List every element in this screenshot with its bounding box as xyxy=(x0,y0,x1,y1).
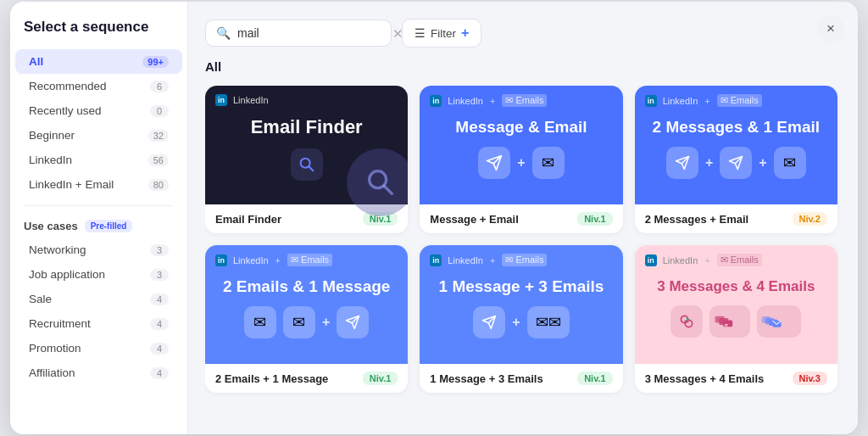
card-3messages-4emails-footer: 3 Messages + 4 Emails Niv.3 xyxy=(635,364,837,393)
sidebar-item-recently-used[interactable]: Recently used 0 xyxy=(15,98,182,123)
main-header: 🔍 ✕ ☰ Filter + xyxy=(205,19,841,48)
plus-icon-4: + xyxy=(322,315,330,330)
card-message-email-title: Message & Email xyxy=(455,118,587,137)
sidebar-item-promotion-badge: 4 xyxy=(150,343,169,355)
card-2emails-1message-level: Niv.1 xyxy=(363,372,398,385)
plus-icon-3b: + xyxy=(759,155,766,170)
card-3m4e-platform-linkedin: LinkedIn xyxy=(663,255,698,266)
platform-sep-5: + xyxy=(490,255,495,266)
sidebar-item-sale-label: Sale xyxy=(29,293,52,305)
sidebar-item-affiliation[interactable]: Affiliation 4 xyxy=(15,361,182,385)
sidebar-item-job-application-label: Job application xyxy=(29,268,105,281)
card-message-email-icons: + ✉ xyxy=(478,147,564,179)
card-3messages-4emails-title: 3 Messages & 4 Emails xyxy=(657,278,815,295)
sidebar-item-recruitment[interactable]: Recruitment 4 xyxy=(15,311,182,336)
card-3messages-4emails-level: Niv.3 xyxy=(793,372,827,385)
search-input[interactable] xyxy=(237,26,386,40)
filter-plus-icon: + xyxy=(461,25,469,41)
card-1message-3emails-visual: in LinkedIn + ✉ Emails 1 Message + 3 Ema… xyxy=(420,245,622,364)
sidebar-item-recruitment-label: Recruitment xyxy=(29,317,91,330)
card-message-email-level: Niv.1 xyxy=(577,212,612,226)
card-2emails-1message-visual: in LinkedIn + ✉ Emails 2 Emails & 1 Mess… xyxy=(205,245,408,364)
sidebar-item-recently-used-badge: 0 xyxy=(150,105,169,117)
card-2emails-1message-icons: ✉ ✉ + xyxy=(244,306,369,338)
sidebar-item-beginner-label: Beginner xyxy=(29,129,75,142)
linkedin-in-icon-2: in xyxy=(430,95,442,107)
cards-grid: in LinkedIn Email Finder xyxy=(205,86,837,393)
sidebar-item-promotion-label: Promotion xyxy=(29,342,81,355)
card-2m1e-platform-linkedin: LinkedIn xyxy=(663,96,698,106)
card-email-finder[interactable]: in LinkedIn Email Finder xyxy=(205,86,408,233)
card-2emails-1message-footer-label: 2 Emails + 1 Message xyxy=(215,372,328,385)
plus-icon-5: + xyxy=(512,315,520,330)
card-2emails-1message[interactable]: in LinkedIn + ✉ Emails 2 Emails & 1 Mess… xyxy=(205,245,408,393)
cards-scroll[interactable]: in LinkedIn Email Finder xyxy=(205,86,841,421)
sidebar-item-recommended-label: Recommended xyxy=(29,80,107,92)
main-content: 🔍 ✕ ☰ Filter + All in LinkedIn xyxy=(188,2,858,434)
filter-icon: ☰ xyxy=(415,26,426,40)
card-email-finder-visual: in LinkedIn Email Finder xyxy=(205,86,408,204)
sidebar-divider xyxy=(24,205,174,206)
platform-sep-4: + xyxy=(275,255,281,266)
sidebar-item-linkedin-email[interactable]: LinkedIn + Email 80 xyxy=(15,172,182,197)
card-2emails-1message-platform: in LinkedIn + ✉ Emails xyxy=(215,254,332,266)
card-1message-3emails-footer-label: 1 Message + 3 Emails xyxy=(430,372,542,385)
sidebar-item-beginner[interactable]: Beginner 32 xyxy=(15,123,182,148)
sidebar: Select a sequence All 99+ Recommended 6 … xyxy=(10,2,188,434)
multi-send-icon-6: rr xyxy=(709,305,750,338)
card-2e1m-platform-linkedin: LinkedIn xyxy=(233,255,269,266)
platform-sep-3: + xyxy=(704,96,709,106)
card-3messages-4emails[interactable]: in LinkedIn + ✉ Emails 3 Messages & 4 Em… xyxy=(635,245,837,393)
card-2messages-1email-icons: + + ✉ xyxy=(666,147,806,179)
card-1message-3emails-footer: 1 Message + 3 Emails Niv.1 xyxy=(420,364,622,393)
filter-button[interactable]: ☰ Filter + xyxy=(402,19,481,48)
card-1message-3emails-title: 1 Message + 3 Emails xyxy=(439,277,604,296)
plus-icon-2: + xyxy=(517,155,525,170)
sidebar-item-linkedin-label: LinkedIn xyxy=(29,154,72,166)
card-1message-3emails-platform: in LinkedIn + ✉ Emails xyxy=(430,254,547,266)
sidebar-item-affiliation-label: Affiliation xyxy=(29,366,75,379)
use-cases-header: Use cases Pre-filled xyxy=(10,215,187,238)
card-3messages-4emails-platform: in LinkedIn + ✉ Emails xyxy=(645,254,762,266)
sidebar-item-all[interactable]: All 99+ xyxy=(15,49,182,74)
card-2messages-1email[interactable]: in LinkedIn + ✉ Emails 2 Messages & 1 Em… xyxy=(635,86,837,233)
card-2messages-1email-footer: 2 Messages + Email Niv.2 xyxy=(635,204,837,233)
sidebar-item-recommended[interactable]: Recommended 6 xyxy=(15,74,182,98)
email-platform-label-5: ✉ Emails xyxy=(502,254,547,266)
check-icon-bubble-6 xyxy=(670,305,703,338)
envelope-icon-bubble-4b: ✉ xyxy=(283,306,315,338)
filter-label: Filter xyxy=(431,27,456,40)
sidebar-item-recently-used-label: Recently used xyxy=(29,104,102,117)
platform-sep-2: + xyxy=(490,96,495,106)
sidebar-item-affiliation-badge: 4 xyxy=(150,367,169,379)
envelope-icon-bubble-3: ✉ xyxy=(774,147,806,179)
card-1message-3emails[interactable]: in LinkedIn + ✉ Emails 1 Message + 3 Ema… xyxy=(420,245,622,393)
sidebar-item-all-badge: 99+ xyxy=(142,56,169,68)
envelope-icon-bubble-4a: ✉ xyxy=(244,306,276,338)
linkedin-in-icon-6: in xyxy=(645,254,657,266)
close-button[interactable]: × xyxy=(817,15,844,42)
sidebar-item-networking[interactable]: Networking 3 xyxy=(15,238,182,262)
platform-sep-6: + xyxy=(704,255,709,266)
svg-line-1 xyxy=(309,166,313,170)
card-2emails-1message-footer: 2 Emails + 1 Message Niv.1 xyxy=(205,364,408,393)
sidebar-item-job-application[interactable]: Job application 3 xyxy=(15,262,182,287)
sidebar-item-recruitment-badge: 4 xyxy=(150,318,169,330)
card-1m3e-platform-linkedin: LinkedIn xyxy=(448,255,483,266)
sidebar-item-linkedin[interactable]: LinkedIn 56 xyxy=(15,148,182,172)
sidebar-item-networking-badge: 3 xyxy=(150,244,169,256)
send-icon-bubble-5 xyxy=(473,306,505,338)
sidebar-item-promotion[interactable]: Promotion 4 xyxy=(15,336,182,361)
card-message-email-footer: Message + Email Niv.1 xyxy=(420,204,622,233)
email-platform-label-2: ✉ Emails xyxy=(502,94,547,107)
linkedin-in-icon: in xyxy=(215,94,227,106)
search-box[interactable]: 🔍 ✕ xyxy=(205,20,392,47)
card-email-finder-title: Email Finder xyxy=(251,116,363,138)
card-3messages-4emails-icons: rr xyxy=(670,305,801,338)
card-2messages-1email-footer-label: 2 Messages + Email xyxy=(645,213,749,226)
card-message-email[interactable]: in LinkedIn + ✉ Emails Message & Email xyxy=(420,86,622,233)
sidebar-item-sale[interactable]: Sale 4 xyxy=(15,287,182,311)
search-bubble-icon xyxy=(291,148,323,181)
sidebar-item-job-application-badge: 3 xyxy=(150,269,169,281)
card-message-email-visual: in LinkedIn + ✉ Emails Message & Email xyxy=(420,86,622,204)
